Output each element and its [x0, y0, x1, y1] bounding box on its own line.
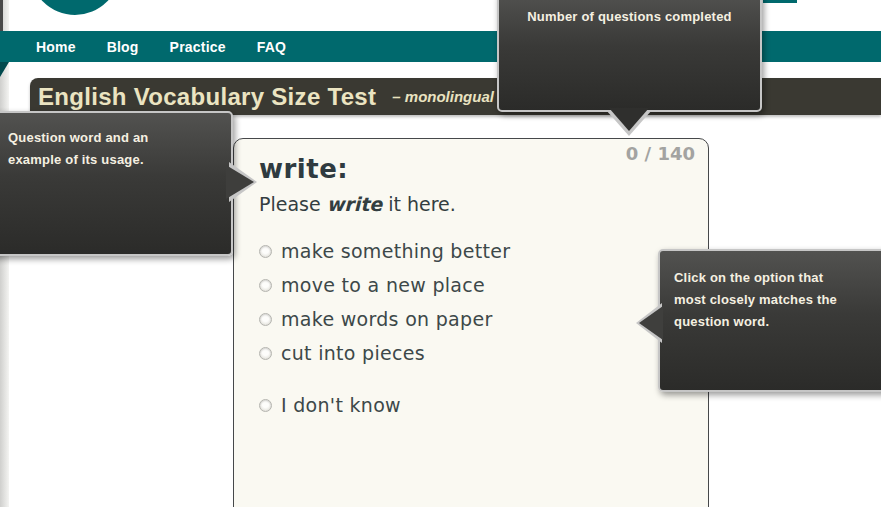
option-label: move to a new place — [281, 274, 485, 296]
progress-counter: 0 / 140 — [626, 143, 695, 164]
tooltip-line: Question word and an — [8, 127, 221, 149]
radio-icon[interactable] — [259, 245, 272, 258]
tooltip-line: Number of questions completed — [499, 6, 760, 28]
nav-item-home[interactable]: Home — [36, 39, 76, 55]
tooltip-line: question word. — [674, 311, 881, 333]
tooltip-progress: Number of questions completed — [497, 0, 762, 112]
nav-item-practice[interactable]: Practice — [170, 39, 226, 55]
tooltip-line: most closely matches the — [674, 289, 881, 311]
tooltip-line: example of its usage. — [8, 149, 221, 171]
example-prefix: Please — [259, 193, 327, 215]
page-title: English Vocabulary Size Test — [38, 83, 376, 111]
tooltip-question-word: Question word and an example of its usag… — [0, 111, 233, 256]
option-label: I don't know — [281, 394, 401, 416]
example-suffix: it here. — [382, 193, 456, 215]
answer-option-dont-know[interactable]: I don't know — [259, 393, 694, 417]
radio-icon[interactable] — [259, 399, 272, 412]
answer-option-3[interactable]: make words on paper — [259, 307, 694, 331]
window-edge — [0, 0, 3, 31]
option-label: cut into pieces — [281, 342, 425, 364]
page-subtitle: – monolingual — [392, 88, 494, 105]
options-list: make something better move to a new plac… — [259, 239, 694, 417]
question-example: Please write it here. — [259, 191, 694, 217]
site-logo-icon[interactable] — [30, 0, 120, 15]
example-emphasis: write — [327, 193, 382, 215]
nav-item-blog[interactable]: Blog — [107, 39, 139, 55]
tooltip-options: Click on the option that most closely ma… — [658, 249, 881, 392]
answer-option-4[interactable]: cut into pieces — [259, 341, 694, 365]
tooltip-line: Click on the option that — [674, 267, 881, 289]
answer-option-2[interactable]: move to a new place — [259, 273, 694, 297]
answer-option-1[interactable]: make something better — [259, 239, 694, 263]
radio-icon[interactable] — [259, 313, 272, 326]
top-right-accent — [763, 0, 797, 3]
radio-icon[interactable] — [259, 279, 272, 292]
radio-icon[interactable] — [259, 347, 272, 360]
option-label: make something better — [281, 240, 510, 262]
nav-item-faq[interactable]: FAQ — [257, 39, 286, 55]
vocabulary-test-page: { "colors": { "teal_accent": "#00696d", … — [0, 0, 881, 507]
option-label: make words on paper — [281, 308, 493, 330]
